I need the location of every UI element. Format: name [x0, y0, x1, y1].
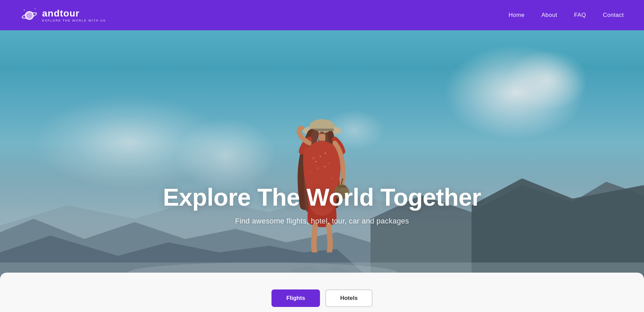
hero-section: Explore The World Together Find awesome … [0, 30, 644, 279]
logo-title: andtour [42, 8, 106, 19]
nav-item-about[interactable]: About [541, 12, 557, 19]
nav-link-contact[interactable]: Contact [603, 12, 624, 18]
svg-point-5 [35, 8, 35, 9]
nav-item-contact[interactable]: Contact [603, 12, 624, 19]
nav-link-home[interactable]: Home [509, 12, 524, 18]
nav-link-faq[interactable]: FAQ [574, 12, 586, 18]
svg-point-7 [23, 18, 23, 18]
nav-item-faq[interactable]: FAQ [574, 12, 586, 19]
logo-text: andtour EXPLORE THE WORLD WITH US [42, 8, 106, 22]
logo[interactable]: andtour EXPLORE THE WORLD WITH US [20, 6, 106, 25]
hero-subtitle: Find awesome flights, hotel, tour, car a… [0, 217, 644, 226]
bottom-section: Flights Hotels [0, 273, 644, 312]
tab-buttons: Flights Hotels [271, 289, 373, 307]
tab-flights[interactable]: Flights [271, 289, 320, 307]
logo-icon [20, 6, 39, 25]
svg-point-6 [36, 12, 37, 13]
tab-hotels[interactable]: Hotels [325, 289, 373, 307]
navbar: andtour EXPLORE THE WORLD WITH US Home A… [0, 0, 644, 30]
hero-title: Explore The World Together [0, 184, 644, 211]
nav-links: Home About FAQ Contact [509, 12, 624, 19]
hero-content: Explore The World Together Find awesome … [0, 184, 644, 226]
nav-item-home[interactable]: Home [509, 12, 524, 19]
hero-overlay [0, 30, 644, 279]
logo-subtitle: EXPLORE THE WORLD WITH US [42, 19, 106, 22]
nav-link-about[interactable]: About [541, 12, 557, 18]
svg-point-4 [24, 9, 25, 10]
